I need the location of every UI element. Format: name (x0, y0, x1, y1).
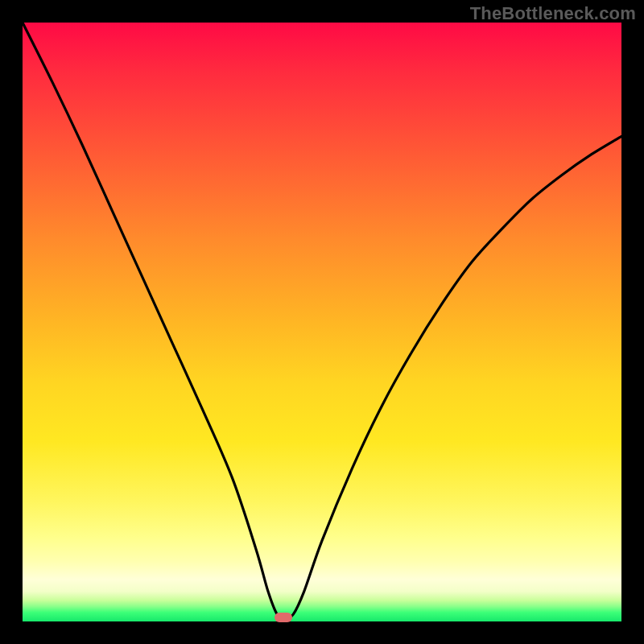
chart-frame: TheBottleneck.com (0, 0, 644, 644)
watermark-text: TheBottleneck.com (470, 3, 636, 24)
bottleneck-curve (23, 23, 621, 621)
chart-plot-area (23, 23, 621, 621)
trough-marker (275, 613, 292, 622)
